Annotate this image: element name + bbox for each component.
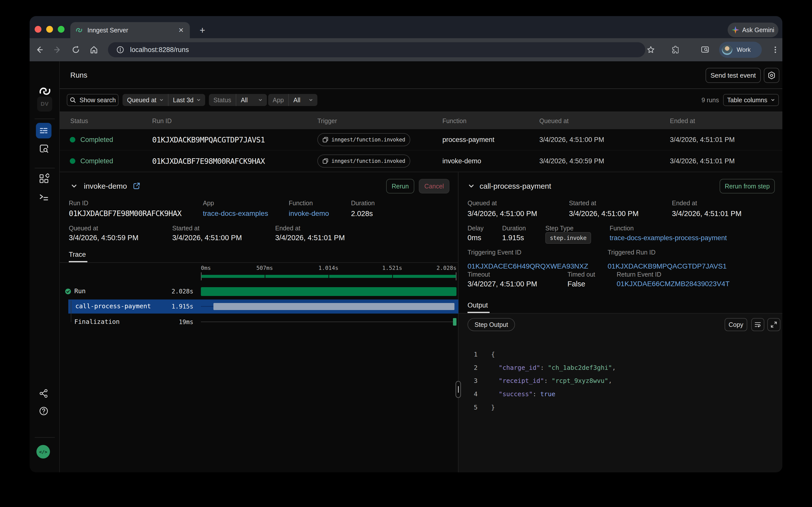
output-tab[interactable]: Output [467,301,488,309]
ask-gemini-button[interactable]: Ask Gemini [728,22,778,37]
trigger-chip[interactable]: inngest/function.invoked [317,155,410,168]
run-row-1[interactable]: Completed 01KJXDACKB9MPQACGTDP7JAVS1 inn… [60,129,783,151]
status-filter[interactable]: Status All [209,94,267,106]
trigger-chip[interactable]: inngest/function.invoked [317,133,410,146]
sidebar-divider-3 [35,437,55,438]
output-section: Step Output Copy 1{2 "charge_id": "ch_1a… [458,314,783,472]
run-row-2[interactable]: Completed 01KJXDACBF7E98M00RAFCK9HAX inn… [60,151,783,172]
show-search-button[interactable]: Show search [67,94,119,106]
browser-tabstrip: Inngest Server ✕ + Ask Gemini [29,16,783,38]
rerun-button[interactable]: Rerun [386,179,414,193]
trace-tab[interactable]: Trace [69,251,86,259]
help-icon [39,406,49,416]
step-started-at-value: 3/4/2026, 4:51:00 PM [569,210,638,218]
word-wrap-button[interactable] [751,318,764,331]
reload-icon[interactable] [71,45,81,55]
col-status: Status [70,112,88,130]
duration-label: Duration [351,200,375,207]
main-content: Runs Send test event Show search Queued … [60,61,783,472]
return-event-id-link[interactable]: 01KJXDAE66CMZMB28439023V4T [617,280,730,288]
function-link[interactable]: invoke-demo [289,210,329,218]
delay-value: 0ms [467,234,481,242]
home-icon[interactable] [89,45,99,55]
window-minimize-button[interactable] [46,26,53,33]
triggering-event-id-label: Triggering Event ID [467,249,521,256]
forward-icon[interactable] [53,45,63,55]
sidebar-item-apps[interactable] [39,173,49,184]
site-info-icon[interactable] [115,45,126,55]
gemini-sparkle-icon [732,26,739,34]
back-icon[interactable] [34,45,44,55]
queued-at-filter[interactable]: Queued at Last 3d [123,94,205,106]
new-tab-button[interactable]: + [196,24,208,36]
trace-bar-step[interactable] [213,303,454,310]
tick-1: 507ms [252,265,278,271]
run-function: process-payment [442,129,494,150]
triggering-event-id-link[interactable]: 01KJXDACEC6H49QRQXWEA93NXZ [467,262,588,270]
col-trigger: Trigger [317,112,337,130]
share-icon [39,388,49,398]
run-queued-at: 3/4/2026, 4:50:59 PM [539,151,604,172]
sidebar-item-runs[interactable] [36,123,52,138]
app-filter-select[interactable]: All [288,94,317,106]
copy-button[interactable]: Copy [725,318,747,331]
step-function-link[interactable]: trace-docs-examples-process-payment [610,234,727,242]
browser-tab[interactable]: Inngest Server ✕ [70,22,190,38]
dev-mode-button[interactable]: </> [37,445,50,458]
search-window-icon [39,143,49,154]
send-test-event-button[interactable]: Send test event [705,68,761,83]
sidebar-item-events[interactable] [39,143,49,154]
app-filter[interactable]: App All [268,94,317,106]
app-sidebar: DV </> [29,61,60,472]
app-badge-dv[interactable]: DV [37,97,52,112]
status-filter-select[interactable]: All [236,94,267,106]
run-ended-at: 3/4/2026, 4:51:01 PM [670,129,735,150]
expand-button[interactable] [767,318,780,331]
tab-close-icon[interactable]: ✕ [177,26,185,35]
completed-check-icon [65,288,71,295]
triggered-run-id-link[interactable]: 01KJXDACKB9MPQACGTDP7JAVS1 [608,262,727,270]
time-range-select[interactable]: Last 3d [168,94,205,106]
table-columns-button[interactable]: Table columns [723,94,779,106]
window-zoom-button[interactable] [58,26,65,33]
cancel-button[interactable]: Cancel [419,179,449,193]
window-close-button[interactable] [35,26,42,33]
step-output-toggle[interactable]: Step Output [467,318,515,331]
collapse-chevron-icon[interactable] [468,183,475,189]
output-code[interactable]: 1{2 "charge_id": "ch_1abc2def3ghi",3 "re… [458,348,783,414]
run-name: invoke-demo [84,182,127,190]
url-bar[interactable]: localhost:8288/runs [108,42,645,57]
sidebar-item-help[interactable] [39,406,49,416]
sidebar-item-share[interactable] [39,388,49,398]
trace-bar-run[interactable] [201,287,456,296]
step-queued-at-label: Queued at [467,200,497,207]
tab-search-icon[interactable] [700,45,710,55]
ask-gemini-label: Ask Gemini [742,26,774,34]
sidebar-item-dev-tools[interactable] [39,192,49,203]
trace-minimap[interactable] [201,272,456,280]
collapse-chevron-icon[interactable] [71,183,77,189]
run-function: invoke-demo [442,151,481,172]
inngest-favicon [75,26,83,34]
status-dot [70,158,75,164]
run-status: Completed [80,151,113,172]
external-link-icon[interactable] [133,182,140,189]
bookmark-star-icon[interactable] [646,45,656,55]
browser-menu-icon[interactable] [770,45,780,55]
col-function: Function [442,112,466,130]
app-link[interactable]: trace-docs-examples [203,210,268,218]
profile-button[interactable]: Work [719,42,762,58]
code-line: 3 "receipt_id": "rcpt_9xyz8wvu", [458,374,783,388]
col-ended-at: Ended at [670,112,695,130]
tick-3: 1.521s [379,265,405,271]
queued-at-field-select[interactable]: Queued at [123,94,168,106]
pane-resize-handle[interactable] [455,381,461,398]
trace-bar-finalization[interactable] [453,318,456,326]
chevron-down-icon [197,98,201,102]
rerun-from-step-button[interactable]: Rerun from step [720,179,775,193]
step-function-label: Function [610,225,634,232]
settings-button[interactable] [764,68,779,83]
code-line: 4 "success": true [458,387,783,401]
extensions-icon[interactable] [670,45,680,55]
trace-span-selected[interactable]: call-process-payment 1.915s [68,299,458,314]
